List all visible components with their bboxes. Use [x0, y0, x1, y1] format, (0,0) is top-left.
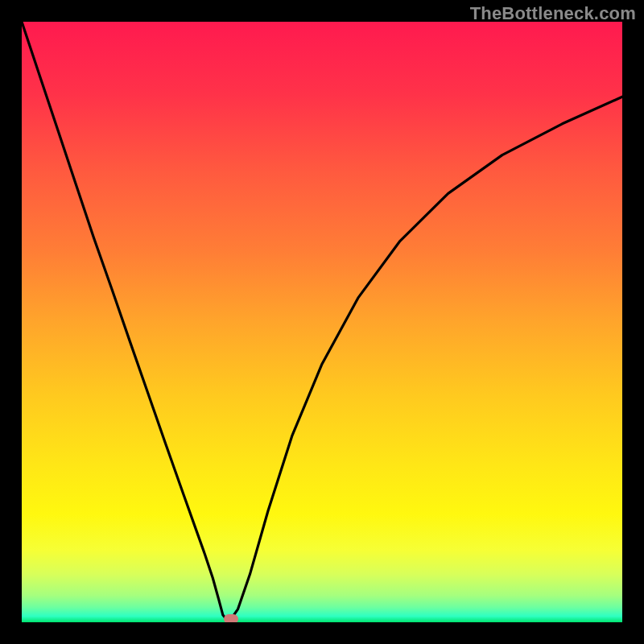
background-gradient	[22, 22, 622, 622]
watermark-text: TheBottleneck.com	[470, 3, 636, 24]
optimal-point-marker	[224, 614, 238, 622]
svg-rect-0	[22, 22, 622, 622]
chart-frame: TheBottleneck.com	[0, 0, 644, 644]
plot-area	[22, 22, 622, 622]
